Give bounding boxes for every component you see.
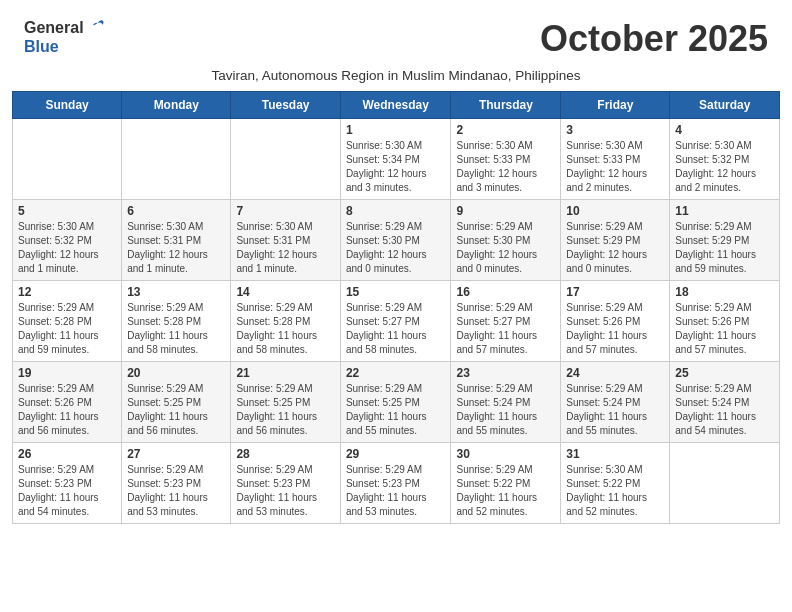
- day-info: Sunrise: 5:29 AM Sunset: 5:28 PM Dayligh…: [127, 301, 225, 357]
- day-info: Sunrise: 5:30 AM Sunset: 5:31 PM Dayligh…: [236, 220, 334, 276]
- day-number: 30: [456, 447, 555, 461]
- calendar-cell: 12Sunrise: 5:29 AM Sunset: 5:28 PM Dayli…: [13, 281, 122, 362]
- day-number: 2: [456, 123, 555, 137]
- day-number: 8: [346, 204, 446, 218]
- day-info: Sunrise: 5:30 AM Sunset: 5:33 PM Dayligh…: [566, 139, 664, 195]
- calendar-cell: 20Sunrise: 5:29 AM Sunset: 5:25 PM Dayli…: [122, 362, 231, 443]
- calendar-subtitle: Taviran, Autonomous Region in Muslim Min…: [0, 66, 792, 91]
- calendar-cell: 17Sunrise: 5:29 AM Sunset: 5:26 PM Dayli…: [561, 281, 670, 362]
- header-day-saturday: Saturday: [670, 92, 780, 119]
- calendar-row-5: 26Sunrise: 5:29 AM Sunset: 5:23 PM Dayli…: [13, 443, 780, 524]
- logo-blue: Blue: [24, 38, 59, 56]
- day-number: 23: [456, 366, 555, 380]
- day-number: 3: [566, 123, 664, 137]
- header-day-wednesday: Wednesday: [340, 92, 451, 119]
- calendar-cell: 6Sunrise: 5:30 AM Sunset: 5:31 PM Daylig…: [122, 200, 231, 281]
- calendar-cell: 22Sunrise: 5:29 AM Sunset: 5:25 PM Dayli…: [340, 362, 451, 443]
- day-info: Sunrise: 5:29 AM Sunset: 5:24 PM Dayligh…: [675, 382, 774, 438]
- day-number: 6: [127, 204, 225, 218]
- day-info: Sunrise: 5:29 AM Sunset: 5:24 PM Dayligh…: [566, 382, 664, 438]
- day-info: Sunrise: 5:29 AM Sunset: 5:27 PM Dayligh…: [456, 301, 555, 357]
- day-number: 16: [456, 285, 555, 299]
- calendar-row-1: 1Sunrise: 5:30 AM Sunset: 5:34 PM Daylig…: [13, 119, 780, 200]
- day-number: 27: [127, 447, 225, 461]
- logo: General Blue: [24, 18, 106, 56]
- calendar-cell: 13Sunrise: 5:29 AM Sunset: 5:28 PM Dayli…: [122, 281, 231, 362]
- calendar-table: SundayMondayTuesdayWednesdayThursdayFrid…: [12, 91, 780, 524]
- calendar-cell: 8Sunrise: 5:29 AM Sunset: 5:30 PM Daylig…: [340, 200, 451, 281]
- calendar-cell: 23Sunrise: 5:29 AM Sunset: 5:24 PM Dayli…: [451, 362, 561, 443]
- day-info: Sunrise: 5:29 AM Sunset: 5:25 PM Dayligh…: [236, 382, 334, 438]
- day-info: Sunrise: 5:29 AM Sunset: 5:23 PM Dayligh…: [346, 463, 446, 519]
- day-info: Sunrise: 5:29 AM Sunset: 5:29 PM Dayligh…: [566, 220, 664, 276]
- calendar-cell: 9Sunrise: 5:29 AM Sunset: 5:30 PM Daylig…: [451, 200, 561, 281]
- day-number: 29: [346, 447, 446, 461]
- day-info: Sunrise: 5:29 AM Sunset: 5:30 PM Dayligh…: [456, 220, 555, 276]
- calendar-row-4: 19Sunrise: 5:29 AM Sunset: 5:26 PM Dayli…: [13, 362, 780, 443]
- day-info: Sunrise: 5:29 AM Sunset: 5:26 PM Dayligh…: [675, 301, 774, 357]
- calendar-body: 1Sunrise: 5:30 AM Sunset: 5:34 PM Daylig…: [13, 119, 780, 524]
- calendar-cell: 3Sunrise: 5:30 AM Sunset: 5:33 PM Daylig…: [561, 119, 670, 200]
- calendar-cell: 16Sunrise: 5:29 AM Sunset: 5:27 PM Dayli…: [451, 281, 561, 362]
- day-number: 13: [127, 285, 225, 299]
- calendar-cell: 26Sunrise: 5:29 AM Sunset: 5:23 PM Dayli…: [13, 443, 122, 524]
- calendar-cell: 11Sunrise: 5:29 AM Sunset: 5:29 PM Dayli…: [670, 200, 780, 281]
- day-info: Sunrise: 5:29 AM Sunset: 5:25 PM Dayligh…: [346, 382, 446, 438]
- day-number: 22: [346, 366, 446, 380]
- day-number: 1: [346, 123, 446, 137]
- day-number: 10: [566, 204, 664, 218]
- day-number: 7: [236, 204, 334, 218]
- calendar-cell: [670, 443, 780, 524]
- calendar-cell: 28Sunrise: 5:29 AM Sunset: 5:23 PM Dayli…: [231, 443, 340, 524]
- calendar-cell: 31Sunrise: 5:30 AM Sunset: 5:22 PM Dayli…: [561, 443, 670, 524]
- day-info: Sunrise: 5:29 AM Sunset: 5:29 PM Dayligh…: [675, 220, 774, 276]
- day-number: 11: [675, 204, 774, 218]
- day-info: Sunrise: 5:29 AM Sunset: 5:22 PM Dayligh…: [456, 463, 555, 519]
- day-info: Sunrise: 5:30 AM Sunset: 5:32 PM Dayligh…: [675, 139, 774, 195]
- day-number: 24: [566, 366, 664, 380]
- day-info: Sunrise: 5:30 AM Sunset: 5:34 PM Dayligh…: [346, 139, 446, 195]
- day-number: 14: [236, 285, 334, 299]
- calendar-cell: 18Sunrise: 5:29 AM Sunset: 5:26 PM Dayli…: [670, 281, 780, 362]
- calendar-cell: 14Sunrise: 5:29 AM Sunset: 5:28 PM Dayli…: [231, 281, 340, 362]
- calendar-cell: 30Sunrise: 5:29 AM Sunset: 5:22 PM Dayli…: [451, 443, 561, 524]
- calendar-cell: [122, 119, 231, 200]
- day-number: 21: [236, 366, 334, 380]
- day-info: Sunrise: 5:29 AM Sunset: 5:26 PM Dayligh…: [18, 382, 116, 438]
- calendar-cell: 4Sunrise: 5:30 AM Sunset: 5:32 PM Daylig…: [670, 119, 780, 200]
- calendar-wrapper: SundayMondayTuesdayWednesdayThursdayFrid…: [0, 91, 792, 536]
- header-row: SundayMondayTuesdayWednesdayThursdayFrid…: [13, 92, 780, 119]
- header-day-thursday: Thursday: [451, 92, 561, 119]
- day-info: Sunrise: 5:29 AM Sunset: 5:23 PM Dayligh…: [18, 463, 116, 519]
- calendar-cell: 24Sunrise: 5:29 AM Sunset: 5:24 PM Dayli…: [561, 362, 670, 443]
- calendar-cell: 25Sunrise: 5:29 AM Sunset: 5:24 PM Dayli…: [670, 362, 780, 443]
- header-day-tuesday: Tuesday: [231, 92, 340, 119]
- calendar-row-3: 12Sunrise: 5:29 AM Sunset: 5:28 PM Dayli…: [13, 281, 780, 362]
- header-day-monday: Monday: [122, 92, 231, 119]
- day-number: 18: [675, 285, 774, 299]
- day-number: 31: [566, 447, 664, 461]
- day-number: 5: [18, 204, 116, 218]
- header-day-sunday: Sunday: [13, 92, 122, 119]
- logo-bird-icon: [86, 18, 106, 38]
- page-header: General Blue October 2025: [0, 0, 792, 66]
- calendar-cell: [13, 119, 122, 200]
- day-info: Sunrise: 5:29 AM Sunset: 5:30 PM Dayligh…: [346, 220, 446, 276]
- day-info: Sunrise: 5:29 AM Sunset: 5:28 PM Dayligh…: [18, 301, 116, 357]
- day-info: Sunrise: 5:29 AM Sunset: 5:28 PM Dayligh…: [236, 301, 334, 357]
- day-number: 17: [566, 285, 664, 299]
- day-number: 19: [18, 366, 116, 380]
- day-number: 26: [18, 447, 116, 461]
- day-info: Sunrise: 5:29 AM Sunset: 5:25 PM Dayligh…: [127, 382, 225, 438]
- calendar-row-2: 5Sunrise: 5:30 AM Sunset: 5:32 PM Daylig…: [13, 200, 780, 281]
- calendar-header: SundayMondayTuesdayWednesdayThursdayFrid…: [13, 92, 780, 119]
- calendar-cell: 27Sunrise: 5:29 AM Sunset: 5:23 PM Dayli…: [122, 443, 231, 524]
- day-info: Sunrise: 5:29 AM Sunset: 5:23 PM Dayligh…: [127, 463, 225, 519]
- calendar-cell: 19Sunrise: 5:29 AM Sunset: 5:26 PM Dayli…: [13, 362, 122, 443]
- calendar-cell: 10Sunrise: 5:29 AM Sunset: 5:29 PM Dayli…: [561, 200, 670, 281]
- calendar-cell: 2Sunrise: 5:30 AM Sunset: 5:33 PM Daylig…: [451, 119, 561, 200]
- calendar-cell: 29Sunrise: 5:29 AM Sunset: 5:23 PM Dayli…: [340, 443, 451, 524]
- calendar-cell: 21Sunrise: 5:29 AM Sunset: 5:25 PM Dayli…: [231, 362, 340, 443]
- day-info: Sunrise: 5:30 AM Sunset: 5:33 PM Dayligh…: [456, 139, 555, 195]
- day-number: 20: [127, 366, 225, 380]
